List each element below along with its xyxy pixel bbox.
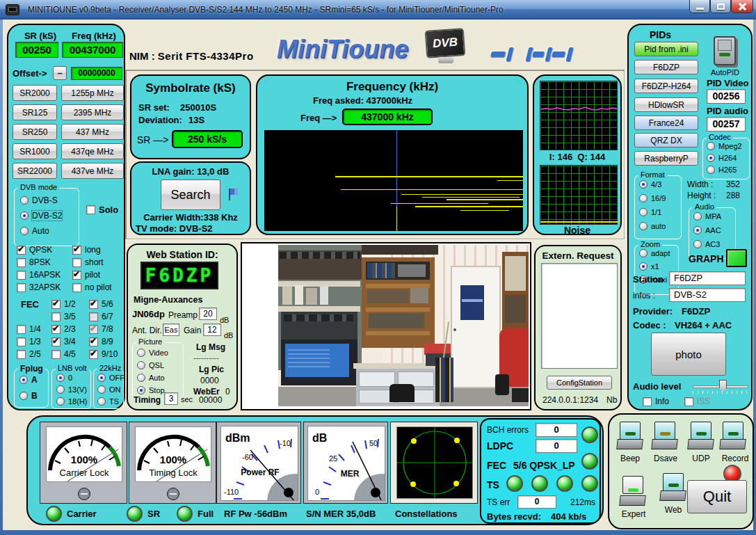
preset-sr1000-button[interactable]: SR1000	[13, 143, 57, 159]
search-button[interactable]: Search	[161, 179, 220, 210]
pid-raspberryp-button[interactable]: RaspberryP	[634, 151, 698, 166]
graph-indicator-button[interactable]	[726, 249, 747, 267]
title-bar[interactable]: MINITIOUNE v0.9beta - Receiver/Analyser …	[0, 0, 756, 19]
format-43-radio[interactable]: 4/3	[639, 180, 661, 189]
expert-switch[interactable]	[620, 476, 645, 506]
fec-89-checkbox[interactable]: 8/9	[89, 337, 113, 346]
minimize-button[interactable]	[689, 0, 710, 13]
lnb-0-radio[interactable]: 0	[56, 374, 72, 382]
fec-13-checkbox[interactable]: 1/3	[17, 337, 41, 346]
audio-level-slider[interactable]	[693, 380, 748, 394]
close-button[interactable]	[731, 0, 753, 13]
8psk-checkbox[interactable]: 8PSK	[17, 257, 51, 267]
extern-listbox[interactable]	[541, 263, 618, 369]
dsave-switch[interactable]	[652, 422, 677, 452]
pid-f6dzp-h264-button[interactable]: F6DZP-H264	[634, 79, 698, 93]
picture-video-radio[interactable]: Video	[137, 349, 168, 357]
nopilot-checkbox[interactable]: no pilot	[72, 282, 112, 292]
infos-field[interactable]: DVB-S2	[669, 288, 746, 302]
preset-sr125-button[interactable]: SR125	[13, 104, 57, 120]
radio-dvb-s2[interactable]: DVB-S2	[20, 211, 62, 221]
zoom-adapt-radio[interactable]: adapt	[639, 249, 670, 257]
udp-switch[interactable]	[689, 422, 714, 452]
pid-from-ini-button[interactable]: Pid from .ini	[634, 42, 698, 56]
fec-35-checkbox[interactable]: 3/5	[51, 312, 76, 321]
preset-437ve-button[interactable]: 437ve MHz	[61, 163, 124, 179]
format-auto-radio[interactable]: auto	[639, 222, 666, 230]
format-11-radio[interactable]: 1/1	[639, 208, 661, 216]
fec-67-checkbox[interactable]: 6/7	[89, 312, 113, 321]
picture-stop-radio[interactable]: Stop	[137, 386, 165, 394]
picture-qsl-radio[interactable]: QSL	[137, 361, 164, 369]
sr-value-field[interactable]: 00250	[15, 42, 58, 58]
pid-audio-field[interactable]: 00257	[707, 117, 746, 131]
antdir-field[interactable]: Eas	[163, 324, 179, 336]
22khz-on-radio[interactable]: ON	[97, 385, 121, 394]
zoom-x1-radio[interactable]: x1	[639, 262, 659, 271]
lnb-18h-radio[interactable]: 18(H)	[56, 397, 88, 406]
fec-78-checkbox[interactable]: 7/8	[89, 324, 113, 334]
qpsk-checkbox[interactable]: QPSK	[17, 245, 52, 255]
fplug-a-radio[interactable]: A	[19, 375, 38, 385]
station-field[interactable]: F6DZP	[669, 271, 746, 285]
lnb-13v-radio[interactable]: 13(V)	[56, 385, 87, 394]
fec-34-checkbox[interactable]: 3/4	[51, 337, 76, 346]
preset-1255-button[interactable]: 1255p MHz	[61, 85, 124, 101]
offset-value-field[interactable]: 00000000	[71, 67, 122, 80]
preset-2395-button[interactable]: 2395 MHz	[61, 104, 124, 120]
audio-aac-radio[interactable]: AAC	[693, 226, 721, 234]
pilot-checkbox[interactable]: pilot	[72, 270, 100, 280]
pid-france24-button[interactable]: France24	[634, 115, 698, 130]
maximize-button[interactable]	[710, 0, 731, 13]
radio-dvb-auto[interactable]: Auto	[20, 226, 49, 236]
preset-sr22000-button[interactable]: SR22000	[13, 163, 57, 179]
config-station-button[interactable]: ConfigStation	[547, 376, 612, 390]
preset-437qe-button[interactable]: 437qe MHz	[61, 143, 124, 159]
preset-437-button[interactable]: 437 MHz	[61, 124, 124, 140]
22khz-ts-radio[interactable]: TS	[97, 397, 119, 406]
fec-25-checkbox[interactable]: 2/5	[17, 349, 41, 359]
fec-56-checkbox[interactable]: 5/6	[89, 299, 113, 309]
32apsk-checkbox[interactable]: 32APSK	[17, 282, 61, 292]
fec-14-checkbox[interactable]: 1/4	[17, 324, 41, 334]
freq-current-field[interactable]: 437000 kHz	[342, 109, 433, 125]
long-checkbox[interactable]: long	[72, 245, 101, 255]
pid-hdlowsr-button[interactable]: HDlowSR	[634, 97, 698, 112]
audio-ac3-radio[interactable]: AC3	[693, 240, 720, 248]
22khz-off-radio[interactable]: OFF	[97, 374, 124, 382]
fec-45-checkbox[interactable]: 4/5	[51, 349, 76, 359]
radio-dvb-s[interactable]: DVB-S	[20, 195, 58, 205]
autopid-icon[interactable]	[714, 36, 736, 65]
fec-23-checkbox[interactable]: 2/3	[51, 324, 76, 334]
preset-sr250-button[interactable]: SR250	[13, 124, 57, 140]
pid-f6dzp-button[interactable]: F6DZP	[634, 60, 698, 74]
pid-video-field[interactable]: 00256	[707, 89, 746, 104]
fec-910-checkbox[interactable]: 9/10	[89, 349, 118, 359]
picture-auto-radio[interactable]: Auto	[137, 374, 165, 382]
audio-mpa-radio[interactable]: MPA	[693, 212, 721, 221]
timing-field[interactable]: 3	[164, 392, 178, 405]
codec-h265-radio[interactable]: H265	[707, 166, 737, 174]
info-checkbox[interactable]: Info	[643, 397, 669, 406]
photo-button[interactable]: photo	[651, 333, 726, 376]
gain-field[interactable]: 12	[203, 324, 221, 336]
fplug-b-radio[interactable]: B	[19, 391, 38, 401]
beep-switch[interactable]	[618, 422, 643, 452]
freq-value-field[interactable]: 00437000	[62, 42, 123, 58]
pid-qrzdx-button[interactable]: QRZ DX	[634, 133, 698, 147]
codec-h264-radio[interactable]: H264	[707, 154, 737, 162]
format-169-radio[interactable]: 16/9	[639, 194, 666, 202]
short-checkbox[interactable]: short	[72, 257, 104, 267]
web-switch[interactable]	[661, 473, 686, 504]
preamp-field[interactable]: 20	[199, 308, 217, 320]
codec-mpeg2-radio[interactable]: Mpeg2	[707, 142, 742, 150]
record-switch[interactable]	[721, 422, 746, 452]
sr-current-field[interactable]: 250 kS/s	[172, 130, 243, 148]
quit-button[interactable]: Quit	[687, 480, 747, 513]
offset-minus-button[interactable]: –	[53, 66, 67, 80]
iss-checkbox[interactable]: ISS	[684, 397, 710, 406]
16apsk-checkbox[interactable]: 16APSK	[17, 270, 61, 280]
fec-12-checkbox[interactable]: 1/2	[51, 299, 76, 309]
preset-sr2000-button[interactable]: SR2000	[13, 85, 57, 101]
solo-checkbox[interactable]: Solo	[86, 205, 118, 215]
